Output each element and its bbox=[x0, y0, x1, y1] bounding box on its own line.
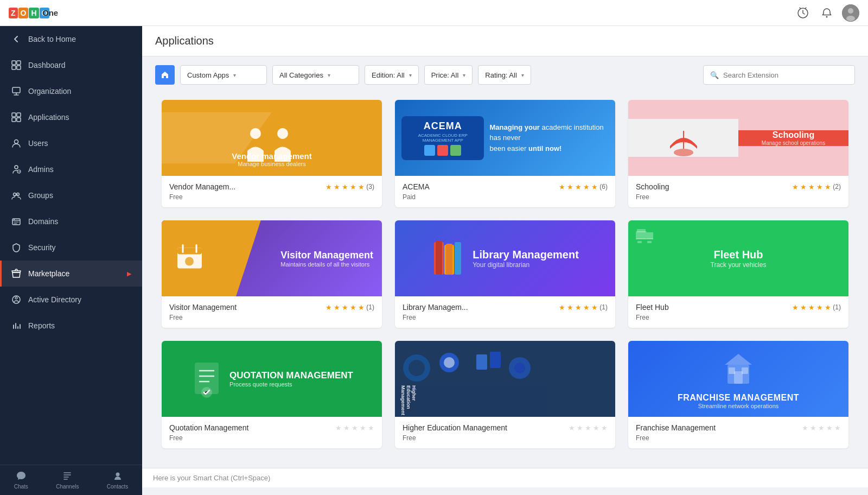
franchise-title: Franchise Management bbox=[636, 423, 716, 432]
notifications-button[interactable] bbox=[818, 4, 835, 22]
recent-apps-button[interactable] bbox=[794, 4, 812, 22]
app-card-fleet-hub[interactable]: Fleet Hub Track your vehicles Fleet Hub … bbox=[628, 220, 848, 328]
sidebar-item-security[interactable]: Security bbox=[0, 234, 142, 261]
svg-rect-42 bbox=[647, 241, 652, 243]
vendor-card-info: Vendor Managem... ★★★★★ (3) Free bbox=[162, 176, 382, 207]
svg-rect-10 bbox=[12, 113, 16, 117]
sidebar-item-organization[interactable]: Organization bbox=[0, 78, 142, 104]
sidebar-bottom-nav: Chats Channels Contacts bbox=[0, 465, 142, 495]
svg-rect-5 bbox=[12, 61, 16, 65]
org-label: Organization bbox=[28, 87, 71, 96]
sidebar-item-domains[interactable]: Domains bbox=[0, 208, 142, 234]
quotation-price: Free bbox=[169, 434, 374, 442]
sidebar-item-reports[interactable]: Reports bbox=[0, 313, 142, 339]
svg-marker-58 bbox=[725, 354, 752, 365]
app-card-library-management[interactable]: Library Management Your digital libraria… bbox=[395, 220, 615, 328]
page-title-bar: Applications bbox=[142, 26, 868, 56]
svg-point-49 bbox=[409, 360, 425, 376]
svg-point-23 bbox=[116, 473, 119, 477]
all-categories-chevron: ▾ bbox=[328, 72, 330, 78]
search-icon: 🔍 bbox=[710, 71, 719, 79]
app-banner-higher-ed: Higher Education Management bbox=[395, 341, 615, 417]
sidebar-bottom-channels[interactable]: Channels bbox=[56, 471, 79, 490]
back-icon bbox=[11, 34, 22, 45]
app-card-franchise[interactable]: FRANCHISE MANAGEMENT Streamline network … bbox=[628, 341, 848, 448]
back-home-label: Back to Home bbox=[28, 35, 76, 43]
franchise-banner-sub: Streamline network operations bbox=[678, 403, 799, 409]
fleet-banner-title: Fleet Hub bbox=[711, 249, 767, 261]
domains-label: Domains bbox=[28, 217, 58, 226]
sidebar-item-groups[interactable]: Groups bbox=[0, 182, 142, 208]
schooling-title: Schooling bbox=[636, 182, 669, 191]
svg-rect-56 bbox=[395, 387, 547, 417]
svg-rect-38 bbox=[636, 231, 647, 239]
rating-dropdown[interactable]: Rating: All ▾ bbox=[478, 65, 531, 85]
svg-point-22 bbox=[15, 297, 17, 299]
all-categories-dropdown[interactable]: All Categories ▾ bbox=[272, 65, 359, 85]
svg-rect-11 bbox=[17, 113, 21, 117]
logo-o: O bbox=[18, 8, 29, 18]
app-banner-visitor: Visitor Management Maintains details of … bbox=[162, 220, 382, 296]
vendor-title-row: Vendor Managem... ★★★★★ (3) bbox=[169, 182, 374, 191]
svg-point-14 bbox=[15, 140, 18, 144]
app-card-quotation[interactable]: QUOTATION MANAGEMENT Process quote reque… bbox=[162, 341, 382, 448]
sidebar-item-applications[interactable]: Applications bbox=[0, 104, 142, 130]
svg-point-25 bbox=[250, 128, 261, 139]
avatar[interactable] bbox=[842, 4, 859, 22]
svg-point-20 bbox=[14, 219, 15, 220]
app-banner-schooling: Schooling Manage school operations bbox=[628, 100, 848, 176]
search-box[interactable]: 🔍 bbox=[703, 65, 855, 85]
app-card-higher-ed[interactable]: Higher Education Management Higher Educa… bbox=[395, 341, 615, 448]
quotation-banner-title: QUOTATION MANAGEMENT bbox=[229, 370, 353, 381]
vendor-price: Free bbox=[169, 193, 374, 201]
svg-rect-36 bbox=[446, 244, 452, 275]
security-icon bbox=[11, 242, 22, 253]
users-icon bbox=[11, 138, 22, 149]
higher-ed-price: Free bbox=[403, 434, 608, 442]
app-banner-library: Library Management Your digital libraria… bbox=[395, 220, 615, 296]
marketplace-icon bbox=[11, 268, 22, 279]
app-card-schooling[interactable]: Schooling Manage school operations Schoo… bbox=[628, 100, 848, 207]
svg-rect-59 bbox=[734, 371, 743, 384]
custom-apps-dropdown[interactable]: Custom Apps ▾ bbox=[180, 65, 267, 85]
logo-area: Z O H O One bbox=[9, 5, 58, 21]
price-dropdown[interactable]: Price: All ▾ bbox=[424, 65, 473, 85]
home-button[interactable] bbox=[155, 65, 175, 85]
sidebar-bottom-contacts[interactable]: Contacts bbox=[107, 471, 128, 490]
smart-chat-bar[interactable]: Here is your Smart Chat (Ctrl+Space) bbox=[142, 468, 868, 487]
admins-label: Admins bbox=[28, 165, 54, 174]
edition-dropdown[interactable]: Edition: All ▾ bbox=[365, 65, 419, 85]
app-card-acema[interactable]: ACEMA ACADEMIC CLOUD ERP MANAGEMENT APP bbox=[395, 100, 615, 207]
groups-label: Groups bbox=[28, 191, 53, 200]
app-banner-franchise: FRANCHISE MANAGEMENT Streamline network … bbox=[628, 341, 848, 417]
app-card-vendor-management[interactable]: Vendor management Manage business dealer… bbox=[162, 100, 382, 207]
app-card-visitor-management[interactable]: Visitor Management Maintains details of … bbox=[162, 220, 382, 328]
top-header: Z O H O One bbox=[0, 0, 868, 26]
directory-icon bbox=[11, 294, 22, 305]
schooling-card-info: Schooling ★★★★★ (2) Free bbox=[628, 176, 848, 207]
sidebar-item-marketplace[interactable]: Marketplace ▶ bbox=[0, 261, 142, 287]
dashboard-label: Dashboard bbox=[28, 61, 66, 69]
svg-rect-61 bbox=[742, 367, 748, 374]
filters-bar: Custom Apps ▾ All Categories ▾ Edition: … bbox=[142, 56, 868, 93]
sidebar-bottom-chats[interactable]: Chats bbox=[14, 471, 28, 490]
admins-icon bbox=[11, 164, 22, 175]
svg-point-51 bbox=[444, 357, 455, 368]
sidebar-item-active-directory[interactable]: Active Directory bbox=[0, 287, 142, 313]
sidebar-back-home[interactable]: Back to Home bbox=[0, 26, 142, 52]
sidebar-item-admins[interactable]: Admins bbox=[0, 156, 142, 182]
search-input[interactable] bbox=[723, 71, 848, 79]
library-card-info: Library Managem... ★★★★★ (1) Free bbox=[395, 296, 615, 328]
reports-label: Reports bbox=[28, 321, 55, 330]
applications-label: Applications bbox=[28, 113, 69, 122]
sidebar-item-dashboard[interactable]: Dashboard bbox=[0, 52, 142, 78]
schooling-price: Free bbox=[636, 193, 841, 201]
logo-z: Z bbox=[9, 8, 18, 18]
schooling-banner-sub: Manage school operations bbox=[762, 140, 825, 146]
sidebar-item-users[interactable]: Users bbox=[0, 130, 142, 156]
rating-chevron: ▾ bbox=[521, 72, 524, 78]
acema-text: Managing your academic institution has n… bbox=[489, 122, 609, 154]
content-area: Applications Custom Apps ▾ All Categorie… bbox=[142, 26, 868, 495]
acema-card-info: ACEMA ★★★★★ (6) Paid bbox=[395, 176, 615, 207]
rating-label: Rating: All bbox=[485, 71, 517, 79]
